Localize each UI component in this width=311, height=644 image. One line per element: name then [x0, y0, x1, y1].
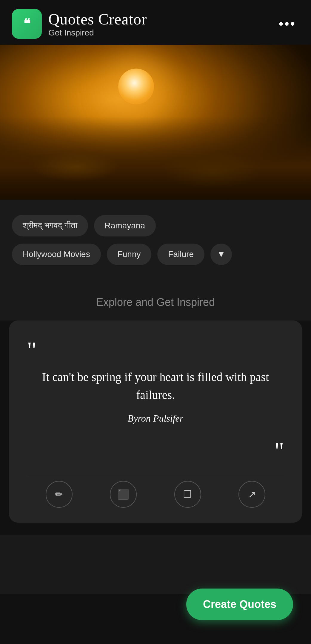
- app-header: ❝ Quotes Creator Get Inspired •••: [0, 0, 311, 45]
- app-title: Quotes Creator: [48, 10, 147, 28]
- categories-section: श्रीमद् भगवद् गीता Ramayana Hollywood Mo…: [0, 200, 311, 281]
- copy-quote-button[interactable]: ❐: [174, 481, 201, 508]
- explore-heading-section: Explore and Get Inspired: [0, 281, 311, 321]
- image-quote-button[interactable]: ⬛: [110, 481, 137, 508]
- categories-row-2: Hollywood Movies Funny Failure ▼: [12, 244, 299, 265]
- category-chip-funny[interactable]: Funny: [107, 244, 152, 265]
- category-chip-failure[interactable]: Failure: [157, 244, 204, 265]
- header-left: ❝ Quotes Creator Get Inspired: [12, 9, 147, 39]
- categories-row-1: श्रीमद् भगवद् गीता Ramayana: [12, 215, 299, 236]
- quote-card: " It can't be spring if your heart is fi…: [9, 321, 302, 523]
- share-icon: ↗: [248, 489, 256, 500]
- hero-image: [0, 45, 311, 200]
- more-options-button[interactable]: •••: [276, 13, 299, 34]
- explore-heading-text: Explore and Get Inspired: [96, 296, 215, 308]
- category-chip-ramayana[interactable]: Ramayana: [94, 215, 156, 236]
- app-title-block: Quotes Creator Get Inspired: [48, 10, 147, 38]
- category-chip-bhagavad-gita[interactable]: श्रीमद् भगवद् गीता: [12, 215, 88, 236]
- moon-decoration: [118, 69, 154, 104]
- quote-text: It can't be spring if your heart is fill…: [27, 368, 284, 404]
- bottom-section: [0, 535, 311, 594]
- open-quote-mark: ": [27, 338, 284, 362]
- clouds-decoration: [0, 116, 311, 200]
- edit-icon: ✏: [55, 489, 63, 500]
- image-icon: ⬛: [117, 489, 129, 500]
- quote-actions-bar: ✏ ⬛ ❐ ↗: [27, 475, 284, 511]
- category-chip-hollywood-movies[interactable]: Hollywood Movies: [12, 244, 101, 265]
- copy-icon: ❐: [183, 489, 192, 500]
- app-logo: ❝: [12, 9, 42, 39]
- create-quotes-button[interactable]: Create Quotes: [186, 589, 293, 620]
- expand-categories-button[interactable]: ▼: [210, 244, 232, 265]
- close-quote-mark: ": [27, 439, 284, 463]
- share-quote-button[interactable]: ↗: [238, 481, 265, 508]
- edit-quote-button[interactable]: ✏: [46, 481, 73, 508]
- logo-quote-icon: ❝: [23, 16, 30, 32]
- app-subtitle: Get Inspired: [48, 28, 147, 38]
- quote-author: Byron Pulsifer: [27, 413, 284, 424]
